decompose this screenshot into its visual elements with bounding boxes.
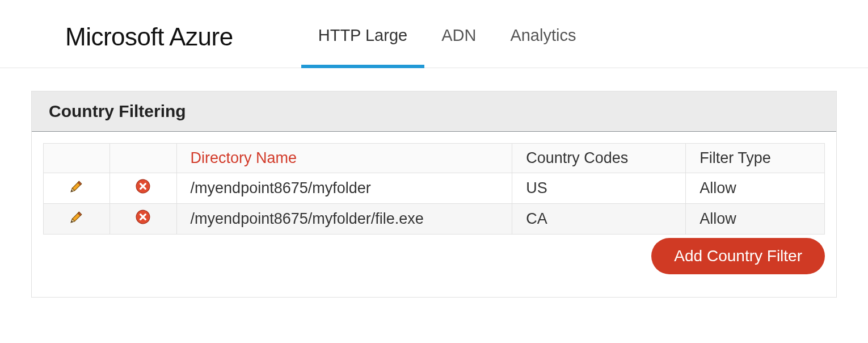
edit-button[interactable] (69, 210, 84, 224)
pencil-icon (69, 179, 84, 194)
tab-list: HTTP Large ADN Analytics (301, 6, 593, 68)
table-row: /myendpoint8675/myfolder/file.exe CA All… (44, 204, 825, 235)
add-button-container: Add Country Filter (43, 238, 825, 274)
cell-directory-name: /myendpoint8675/myfolder/file.exe (176, 204, 512, 235)
delete-icon (136, 179, 150, 194)
tab-label: ADN (441, 26, 476, 45)
table-row: /myendpoint8675/myfolder US Allow (44, 173, 825, 204)
column-header-country-codes[interactable]: Country Codes (512, 144, 686, 173)
top-navigation: Microsoft Azure HTTP Large ADN Analytics (0, 0, 868, 68)
delete-button[interactable] (136, 210, 150, 224)
cell-country-codes: CA (512, 204, 686, 235)
tab-adn[interactable]: ADN (424, 6, 493, 68)
country-filtering-panel: Country Filtering Directory Name Country… (31, 91, 837, 298)
delete-icon (136, 210, 150, 224)
panel-title: Country Filtering (49, 102, 819, 121)
column-header-delete (110, 144, 176, 173)
add-country-filter-button[interactable]: Add Country Filter (651, 238, 825, 274)
panel-header: Country Filtering (32, 91, 836, 132)
pencil-icon (69, 210, 84, 224)
tab-label: Analytics (510, 26, 576, 45)
cell-filter-type: Allow (686, 204, 825, 235)
panel-body: Directory Name Country Codes Filter Type (32, 132, 836, 297)
tab-label: HTTP Large (318, 26, 407, 45)
cell-filter-type: Allow (686, 173, 825, 204)
tab-http-large[interactable]: HTTP Large (301, 6, 424, 68)
cell-country-codes: US (512, 173, 686, 204)
edit-button[interactable] (69, 179, 84, 194)
brand-logo: Microsoft Azure (65, 23, 233, 51)
column-header-directory-name[interactable]: Directory Name (176, 144, 512, 173)
column-header-filter-type[interactable]: Filter Type (686, 144, 825, 173)
column-header-edit (44, 144, 110, 173)
filter-table: Directory Name Country Codes Filter Type (43, 143, 825, 235)
delete-button[interactable] (136, 179, 150, 194)
cell-directory-name: /myendpoint8675/myfolder (176, 173, 512, 204)
tab-analytics[interactable]: Analytics (493, 6, 593, 68)
